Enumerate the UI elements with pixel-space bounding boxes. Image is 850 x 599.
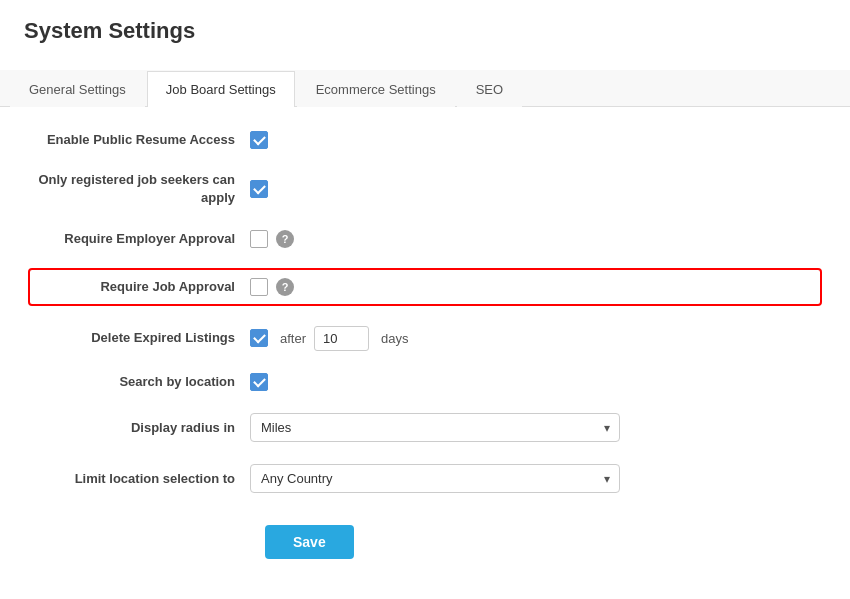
limit-location-row: Limit location selection to Any Country [30,464,820,493]
display-radius-row: Display radius in Miles Kilometers [30,413,820,442]
require-job-approval-row: Require Job Approval ? [30,270,820,304]
days-label: days [381,331,408,346]
require-employer-approval-checkbox[interactable] [250,230,268,248]
only-registered-control [250,180,268,198]
page-header: System Settings [0,0,850,70]
tab-general[interactable]: General Settings [10,71,145,107]
require-employer-approval-help-icon[interactable]: ? [276,230,294,248]
save-button[interactable]: Save [265,525,354,559]
require-employer-approval-control: ? [250,230,294,248]
limit-location-label: Limit location selection to [30,470,250,488]
only-registered-checkbox[interactable] [250,180,268,198]
enable-public-resume-label: Enable Public Resume Access [30,131,250,149]
search-by-location-label: Search by location [30,373,250,391]
limit-location-control: Any Country [250,464,620,493]
search-by-location-row: Search by location [30,373,820,391]
only-registered-row: Only registered job seekers can apply [30,171,820,207]
display-radius-label: Display radius in [30,419,250,437]
require-employer-approval-label: Require Employer Approval [30,230,250,248]
search-by-location-checkbox[interactable] [250,373,268,391]
enable-public-resume-row: Enable Public Resume Access [30,131,820,149]
delete-expired-row: Delete Expired Listings after days [30,326,820,351]
save-button-row: Save [30,515,820,559]
only-registered-label: Only registered job seekers can apply [30,171,250,207]
require-employer-approval-row: Require Employer Approval ? [30,230,820,248]
display-radius-select-wrap: Miles Kilometers [250,413,620,442]
enable-public-resume-control [250,131,268,149]
tabs-bar: General Settings Job Board Settings Ecom… [0,70,850,107]
require-job-approval-control: ? [250,278,294,296]
content-area: Enable Public Resume Access Only registe… [0,107,850,583]
require-job-approval-checkbox[interactable] [250,278,268,296]
display-radius-select[interactable]: Miles Kilometers [250,413,620,442]
delete-expired-label: Delete Expired Listings [30,329,250,347]
search-by-location-control [250,373,268,391]
page-title: System Settings [24,18,826,44]
enable-public-resume-checkbox[interactable] [250,131,268,149]
tab-job-board[interactable]: Job Board Settings [147,71,295,107]
display-radius-control: Miles Kilometers [250,413,620,442]
tab-ecommerce[interactable]: Ecommerce Settings [297,71,455,107]
delete-expired-control: after days [250,326,408,351]
require-job-approval-label: Require Job Approval [30,278,250,296]
page-container: System Settings General Settings Job Boa… [0,0,850,599]
limit-location-select-wrap: Any Country [250,464,620,493]
limit-location-select[interactable]: Any Country [250,464,620,493]
tab-seo[interactable]: SEO [457,71,522,107]
delete-expired-checkbox[interactable] [250,329,268,347]
require-job-approval-help-icon[interactable]: ? [276,278,294,296]
days-input[interactable] [314,326,369,351]
after-label: after [280,331,306,346]
